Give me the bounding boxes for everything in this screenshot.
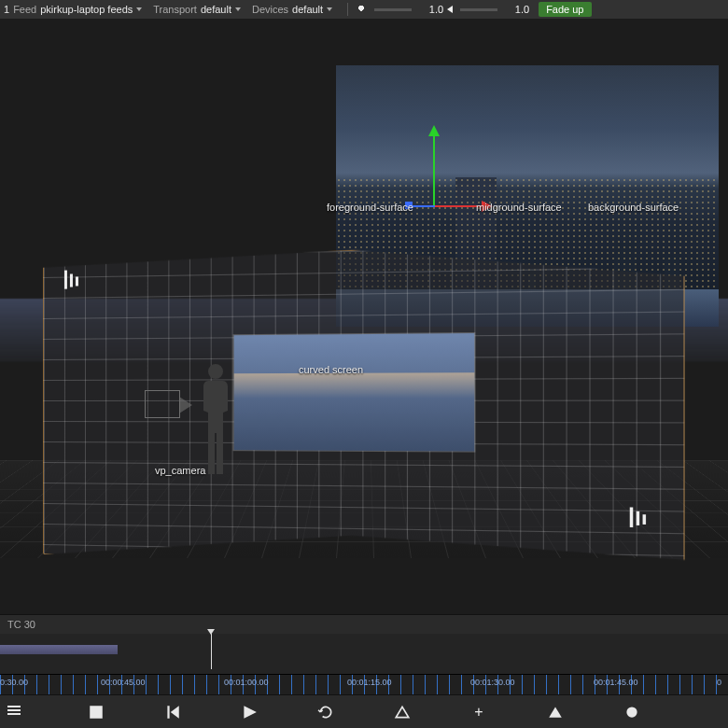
ruler-tick: 0 xyxy=(717,678,721,687)
ruler-tick: 00:00:45.00 xyxy=(101,678,146,687)
gizmo-x-axis-icon[interactable] xyxy=(435,205,483,207)
time-ruler[interactable]: 0:30.00 00:00:45.00 00:01:00.00 00:01:15… xyxy=(0,674,728,694)
chevron-down-icon xyxy=(327,7,332,11)
viewport-3d[interactable]: foreground-surface midground-surface bac… xyxy=(0,19,728,614)
prev-button[interactable] xyxy=(164,704,181,721)
ruler-tick: 00:01:00.00 xyxy=(224,678,269,687)
volume-value: 1.0 xyxy=(505,4,529,15)
play-button[interactable] xyxy=(241,704,258,721)
timeline-meta: TC 30 xyxy=(0,615,728,634)
top-toolbar: 1 Feed pkirkup-laptop feeds Transport de… xyxy=(0,0,728,19)
ruler-tick: 00:01:30.00 xyxy=(470,678,515,687)
devices-label: Devices xyxy=(252,4,288,15)
feed-dropdown[interactable]: pkirkup-laptop feeds xyxy=(40,4,142,15)
ruler-tick: 0:30.00 xyxy=(0,678,28,687)
logo-marker-icon xyxy=(64,271,81,291)
feed-dropdown-value: pkirkup-laptop feeds xyxy=(40,4,133,15)
svg-rect-0 xyxy=(90,706,103,719)
timeline-panel: TC 30 0:30.00 00:00:45.00 00:01:00.00 00… xyxy=(0,614,728,728)
tc-label: TC 30 xyxy=(7,619,35,630)
curved-screen-mesh[interactable] xyxy=(43,244,685,567)
clip[interactable] xyxy=(0,645,118,654)
track-area[interactable] xyxy=(0,634,728,674)
human-reference-icon xyxy=(196,364,235,476)
devices-dropdown-value: default xyxy=(292,4,323,15)
chevron-down-icon xyxy=(136,7,142,11)
logo-marker-icon xyxy=(630,509,650,531)
transport-dropdown-value: default xyxy=(201,4,231,15)
brightness-slider[interactable] xyxy=(374,8,412,11)
stop-button[interactable] xyxy=(88,704,105,721)
screen-cutout xyxy=(234,333,475,451)
transport-label: Transport xyxy=(153,4,197,15)
marker-next-button[interactable] xyxy=(547,704,564,721)
fade-up-button[interactable]: Fade up xyxy=(539,2,591,17)
transform-gizmo[interactable] xyxy=(392,134,504,246)
transport-controls: + xyxy=(0,694,728,728)
gizmo-z-axis-icon[interactable] xyxy=(413,205,435,207)
brightness-icon[interactable] xyxy=(356,4,367,15)
svg-point-1 xyxy=(626,707,637,717)
record-button[interactable] xyxy=(623,704,640,721)
separator xyxy=(347,3,348,16)
playhead[interactable] xyxy=(211,634,212,669)
loop-button[interactable] xyxy=(317,704,334,721)
gizmo-y-axis-icon[interactable] xyxy=(433,134,435,207)
transport-dropdown[interactable]: default xyxy=(201,4,241,15)
chevron-down-icon xyxy=(235,7,241,11)
scene-index: 1 xyxy=(4,4,9,15)
feed-label: Feed xyxy=(13,4,36,15)
volume-icon[interactable] xyxy=(447,6,453,13)
hamburger-menu-icon[interactable] xyxy=(6,702,22,719)
ruler-tick: 00:01:15.00 xyxy=(347,678,392,687)
camera-object[interactable] xyxy=(145,390,180,418)
ruler-tick: 00:01:45.00 xyxy=(594,678,638,687)
brightness-value: 1.0 xyxy=(419,4,443,15)
add-button[interactable]: + xyxy=(470,704,487,721)
volume-slider[interactable] xyxy=(460,8,497,11)
devices-dropdown[interactable]: default xyxy=(292,4,332,15)
marker-prev-button[interactable] xyxy=(394,704,411,721)
